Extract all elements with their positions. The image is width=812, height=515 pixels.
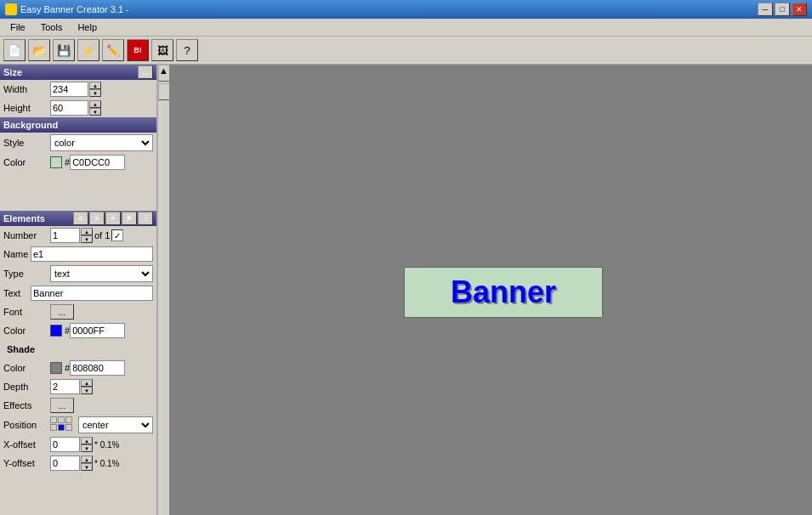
pos-ml[interactable] <box>50 424 57 431</box>
width-row: Width ▲ ▼ <box>0 80 156 99</box>
edit-button[interactable]: ✏️ <box>102 39 124 61</box>
text-input[interactable] <box>31 286 153 301</box>
minimize-button[interactable]: ─ <box>758 3 773 16</box>
elem-add-button[interactable]: + <box>105 212 121 225</box>
width-up-button[interactable]: ▲ <box>89 82 101 89</box>
scroll-up-button[interactable]: ▲ <box>158 65 170 82</box>
height-down-button[interactable]: ▼ <box>89 108 101 116</box>
elements-label: Elements <box>3 213 45 224</box>
flash-button[interactable]: ⚡ <box>77 39 99 61</box>
background-label: Background <box>3 120 58 130</box>
font-label: Font <box>3 307 50 317</box>
style-select[interactable]: color gradient image <box>50 134 153 151</box>
xoffset-up-button[interactable]: ▲ <box>81 437 93 444</box>
canvas-area: Banner <box>169 65 812 515</box>
number-down-button[interactable]: ▼ <box>81 235 93 243</box>
depth-input[interactable] <box>50 379 80 394</box>
font-button[interactable]: ... <box>50 304 74 320</box>
pos-tr[interactable] <box>65 416 72 423</box>
text-color-row: Color # <box>0 321 156 340</box>
shade-color-input[interactable] <box>70 360 125 376</box>
shade-label: Shade <box>3 344 35 354</box>
elem-more-button[interactable]: ⋮ <box>138 212 153 225</box>
width-down-button[interactable]: ▼ <box>89 89 101 97</box>
xoffset-down-button[interactable]: ▼ <box>81 444 93 452</box>
empty-space <box>0 172 156 211</box>
scroll-thumb[interactable] <box>158 83 170 100</box>
text-color-label: Color <box>3 325 50 336</box>
xoffset-spinner: ▲ ▼ <box>50 437 93 452</box>
effects-button[interactable]: ... <box>50 398 74 413</box>
title-bar: Easy Banner Creator 3.1 - ─ □ ✕ <box>0 0 812 19</box>
elem-check[interactable]: ✓ <box>111 229 123 241</box>
name-input[interactable] <box>31 246 153 262</box>
open-button[interactable]: 📂 <box>28 39 50 61</box>
size-settings-button[interactable]: ... <box>138 65 153 79</box>
height-up-button[interactable]: ▲ <box>89 100 101 108</box>
style-label: Style <box>3 138 50 148</box>
position-select[interactable]: center left right <box>78 416 153 433</box>
name-label: Name <box>3 249 31 259</box>
yoffset-up-button[interactable]: ▲ <box>81 456 93 463</box>
number-up-button[interactable]: ▲ <box>81 228 93 235</box>
preview-button[interactable]: 🖼 <box>151 39 173 61</box>
height-row: Height ▲ ▼ <box>0 99 156 117</box>
menu-help[interactable]: Help <box>71 20 104 34</box>
position-row: Position center left right <box>0 415 156 435</box>
height-label: Height <box>3 103 50 113</box>
bg-color-label: Color <box>3 157 50 167</box>
depth-row: Depth ▲ ▼ <box>0 377 156 396</box>
help-button[interactable]: ? <box>176 39 198 61</box>
save-button[interactable]: 💾 <box>53 39 75 61</box>
position-grid[interactable] <box>50 416 76 433</box>
pos-tl[interactable] <box>50 416 57 423</box>
depth-spinner: ▲ ▼ <box>50 379 93 394</box>
pos-mc[interactable] <box>58 424 65 431</box>
elements-nav: < > + ✕ ⋮ <box>73 212 153 225</box>
pos-tc[interactable] <box>58 416 65 423</box>
yoffset-row: Y-offset ▲ ▼ * 0.1% <box>0 454 156 473</box>
main-layout: Size ... Width ▲ ▼ Height ▲ ▼ <box>0 65 812 515</box>
number-input[interactable] <box>50 228 80 243</box>
elem-next-button[interactable]: > <box>89 212 105 225</box>
text-color-swatch[interactable] <box>50 325 62 337</box>
close-button[interactable]: ✕ <box>792 3 807 16</box>
of-label: of 1 <box>94 230 110 241</box>
number-row: Number ▲ ▼ of 1 ✓ <box>0 226 156 245</box>
text-color-input[interactable] <box>70 323 125 338</box>
menu-bar: File Tools Help <box>0 19 812 37</box>
xoffset-row: X-offset ▲ ▼ * 0.1% <box>0 435 156 454</box>
xoffset-input[interactable] <box>50 437 80 452</box>
menu-tools[interactable]: Tools <box>34 20 70 34</box>
new-button[interactable]: 📄 <box>3 39 26 61</box>
maximize-button[interactable]: □ <box>775 3 790 16</box>
app-title: Easy Banner Creator 3.1 - <box>20 4 129 14</box>
yoffset-spinner: ▲ ▼ <box>50 456 93 471</box>
name-row: Name <box>0 245 156 263</box>
bg-color-input[interactable] <box>70 155 125 170</box>
type-label: Type <box>3 269 50 279</box>
yoffset-down-button[interactable]: ▼ <box>81 463 93 471</box>
xoffset-unit: * 0.1% <box>94 440 119 450</box>
type-row: Type text image shape <box>0 263 156 284</box>
number-spinner: ▲ ▼ <box>50 228 93 243</box>
yoffset-label: Y-offset <box>3 458 50 468</box>
left-panel: Size ... Width ▲ ▼ Height ▲ ▼ <box>0 65 157 515</box>
pos-mr[interactable] <box>65 424 72 431</box>
banner-button[interactable]: B! <box>127 39 149 61</box>
text-label: Text <box>3 288 31 298</box>
height-input[interactable] <box>50 100 88 116</box>
menu-file[interactable]: File <box>3 20 32 34</box>
banner-text: Banner <box>451 274 556 310</box>
yoffset-input[interactable] <box>50 456 80 471</box>
depth-up-button[interactable]: ▲ <box>81 379 93 387</box>
elem-del-button[interactable]: ✕ <box>122 212 137 225</box>
bg-color-swatch[interactable] <box>50 156 62 168</box>
width-input[interactable] <box>50 82 88 97</box>
shade-color-swatch[interactable] <box>50 362 62 374</box>
elem-prev-button[interactable]: < <box>73 212 88 225</box>
type-select[interactable]: text image shape <box>50 265 153 282</box>
effects-label: Effects <box>3 400 50 410</box>
scroll-track[interactable]: ▲ <box>157 65 169 515</box>
depth-down-button[interactable]: ▼ <box>81 387 93 394</box>
